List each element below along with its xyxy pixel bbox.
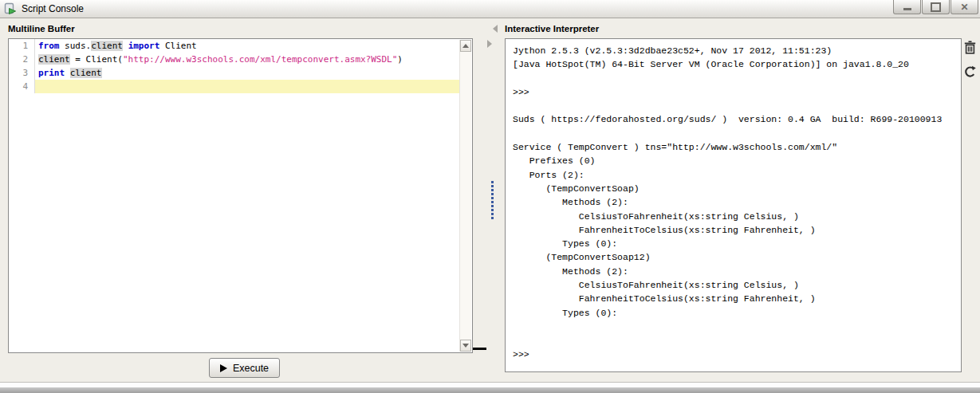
scroll-down-button[interactable] — [460, 340, 471, 352]
close-button[interactable]: ✕ — [950, 0, 978, 14]
window-title: Script Console — [22, 3, 84, 14]
play-icon — [220, 364, 227, 372]
code-line: 3 print client — [9, 66, 472, 80]
scroll-down-icon — [462, 344, 469, 348]
code-text: client = Client("http://www.w3schools.co… — [35, 53, 460, 66]
code-line-current: 4 — [9, 80, 472, 93]
window-controls: ✕ — [893, 0, 978, 14]
maximize-button[interactable] — [922, 0, 950, 14]
editor-vertical-scrollbar[interactable] — [459, 40, 471, 352]
execute-button-label: Execute — [233, 363, 269, 374]
line-number: 4 — [9, 80, 35, 93]
maximize-icon — [931, 2, 941, 12]
console-toolbar — [964, 41, 977, 89]
splitter-drag-handle[interactable] — [491, 181, 494, 221]
code-line: 1 from suds.client import Client — [9, 39, 472, 53]
splitter-dash — [473, 348, 486, 350]
code-text: from suds.client import Client — [35, 39, 460, 53]
line-number: 2 — [9, 53, 35, 66]
code-text: print client — [35, 66, 460, 80]
trash-icon[interactable] — [964, 41, 976, 54]
title-bar: Script Console ✕ — [0, 0, 980, 18]
line-number: 3 — [9, 66, 35, 80]
code-text-caret-line — [35, 80, 460, 93]
execute-button[interactable]: Execute — [209, 358, 280, 378]
multiline-buffer-editor[interactable]: 1 from suds.client import Client 2 clien… — [8, 38, 473, 353]
minimize-button[interactable] — [893, 0, 921, 14]
close-icon: ✕ — [960, 2, 968, 12]
minimize-icon — [903, 8, 911, 10]
console-output: Jython 2.5.3 (v2.5.3:3d2dbae23c52+, Nov … — [506, 39, 961, 361]
interactive-interpreter-label: Interactive Interpreter — [505, 24, 599, 33]
line-number: 1 — [9, 39, 35, 53]
code-line: 2 client = Client("http://www.w3schools.… — [9, 53, 472, 66]
interactive-interpreter-console[interactable]: Jython 2.5.3 (v2.5.3:3d2dbae23c52+, Nov … — [505, 38, 962, 372]
multiline-buffer-label: Multiline Buffer — [8, 24, 75, 33]
reset-refresh-icon[interactable] — [964, 65, 976, 78]
collapse-left-arrow-icon[interactable] — [493, 25, 498, 33]
window-bottom-inner-strip — [0, 382, 980, 387]
window-bottom-frame — [0, 387, 980, 393]
script-console-icon — [4, 2, 17, 15]
collapse-right-arrow-icon[interactable] — [487, 40, 492, 48]
scroll-up-button[interactable] — [460, 40, 471, 52]
scroll-up-icon — [462, 44, 469, 48]
